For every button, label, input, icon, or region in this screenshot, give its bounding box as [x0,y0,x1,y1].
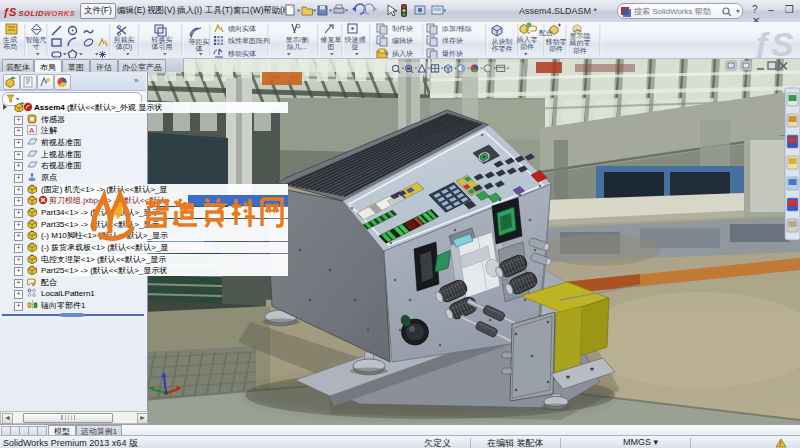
svg-text:!: ! [779,440,781,447]
svg-text:ƒS: ƒS [752,25,794,58]
svg-text:A: A [29,126,35,135]
